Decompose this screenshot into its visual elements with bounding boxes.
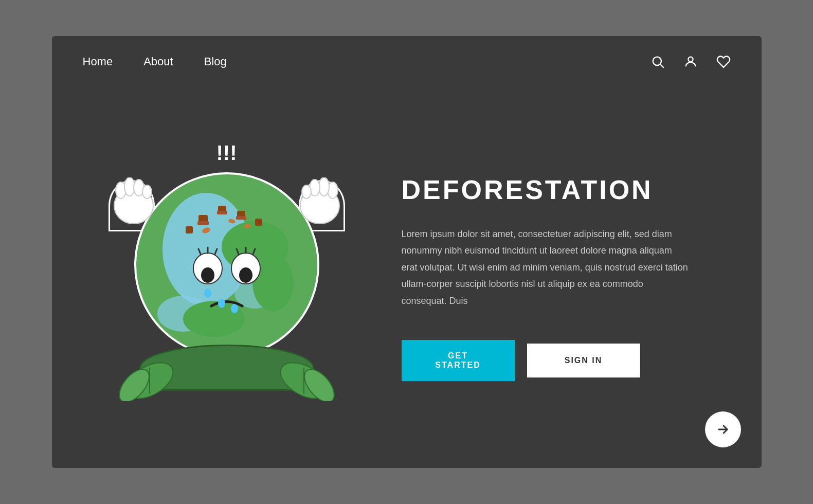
main-content: !!! (52, 87, 762, 468)
svg-line-1 (660, 64, 663, 67)
hand-right (297, 177, 343, 226)
svg-rect-26 (186, 226, 193, 233)
user-icon[interactable] (683, 55, 698, 69)
right-content: DEFORESTATION Lorem ipsum dolor sit amet… (371, 98, 731, 447)
svg-rect-21 (197, 221, 209, 225)
svg-rect-25 (236, 216, 246, 220)
heart-icon[interactable] (716, 55, 731, 69)
svg-rect-27 (255, 219, 262, 226)
nav-blog[interactable]: Blog (204, 55, 227, 68)
svg-point-34 (239, 267, 252, 283)
leaf-left (119, 350, 180, 401)
nav-home[interactable]: Home (83, 55, 113, 68)
svg-point-10 (319, 177, 329, 196)
arrow-right-icon (716, 422, 730, 437)
exclamations: !!! (216, 141, 237, 165)
search-icon[interactable] (651, 55, 665, 69)
svg-point-7 (142, 185, 152, 199)
navbar: Home About Blog (52, 36, 762, 87)
page-title: DEFORESTATION (402, 174, 731, 205)
globe-container: !!! (103, 129, 350, 417)
description-text: Lorem ipsum dolor sit amet, consectetuer… (402, 226, 690, 309)
nav-about[interactable]: About (143, 55, 173, 68)
nav-icons (651, 55, 731, 69)
illustration: !!! (83, 98, 371, 447)
svg-point-0 (653, 57, 661, 65)
sign-in-button[interactable]: SIGN IN (527, 344, 640, 377)
main-card: Home About Blog !!! (52, 36, 762, 468)
button-group: GET STARTED SIGN IN (402, 340, 731, 381)
globe-svg (132, 170, 322, 360)
nav-links: Home About Blog (83, 55, 227, 68)
hand-left (111, 177, 157, 226)
svg-point-33 (201, 267, 214, 283)
svg-point-2 (688, 57, 693, 62)
get-started-button[interactable]: GET STARTED (402, 340, 515, 381)
svg-point-41 (204, 289, 211, 298)
svg-point-5 (124, 177, 135, 196)
svg-point-42 (218, 299, 225, 308)
leaf-right (273, 350, 335, 401)
next-arrow-button[interactable] (705, 411, 741, 447)
svg-point-12 (302, 185, 311, 199)
svg-point-43 (231, 304, 238, 313)
svg-rect-23 (217, 211, 227, 214)
